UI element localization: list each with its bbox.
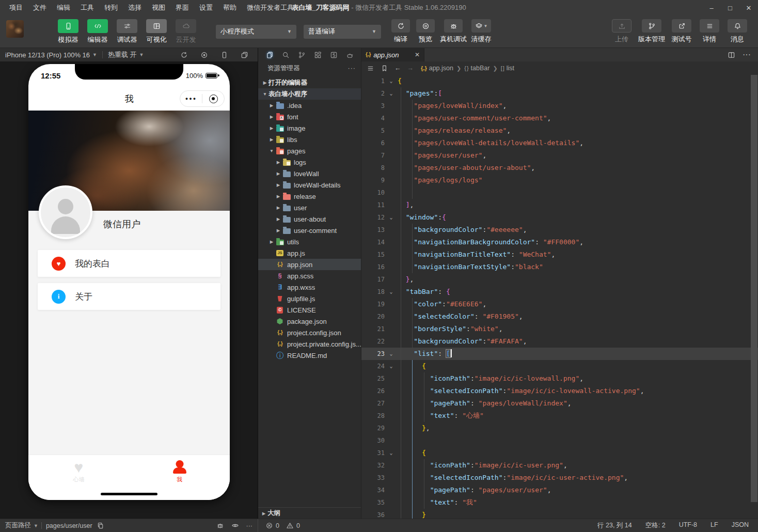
code-line-19[interactable]: 19 "color":"#E6E6E6",	[361, 298, 758, 310]
menu-选择[interactable]: 选择	[124, 2, 146, 14]
toggle-可视化[interactable]: 可视化	[144, 19, 169, 44]
language-mode[interactable]: JSON	[732, 521, 749, 530]
tree-item-app.json[interactable]: {..}app.json	[258, 259, 361, 270]
code-line-13[interactable]: 13 "backgroundColor":"#eeeeee",	[361, 224, 758, 236]
toggle-编辑器[interactable]: 编辑器	[85, 19, 110, 44]
menu-转到[interactable]: 转到	[100, 2, 122, 14]
code-line-36[interactable]: 36 }	[361, 509, 758, 519]
outline-toggle-icon[interactable]	[367, 65, 374, 72]
code-line-21[interactable]: 21 "borderStyle":"white",	[361, 323, 758, 335]
code-line-14[interactable]: 14 "navigationBarBackgroundColor": "#FF0…	[361, 236, 758, 248]
device-selector[interactable]: iPhone 12/13 (Pro) 100% 16	[5, 51, 90, 59]
source-control-icon[interactable]	[296, 50, 307, 60]
tree-item-README.md[interactable]: ⓘREADME.md	[258, 350, 361, 361]
action-详情[interactable]: 详情	[698, 19, 721, 44]
problems-indicator[interactable]: 0 0	[258, 522, 364, 529]
toggle-云开发[interactable]: 云开发	[173, 19, 198, 44]
close-tab-icon[interactable]: ✕	[415, 51, 420, 58]
code-line-22[interactable]: 22 "backgroundColor":"#FAFAFA",	[361, 335, 758, 348]
preview-icon[interactable]	[231, 522, 239, 529]
code-line-7[interactable]: 7 "pages/user/user",	[361, 149, 758, 162]
code-line-17[interactable]: 17 },	[361, 273, 758, 286]
more-menu-icon[interactable]: ●●●	[180, 96, 202, 101]
menu-界面[interactable]: 界面	[171, 2, 193, 14]
code-line-29[interactable]: 29 },	[361, 422, 758, 434]
tree-item-image[interactable]: ▶image	[258, 122, 361, 134]
code-line-24[interactable]: 24⌄ {	[361, 360, 758, 372]
code-line-25[interactable]: 25 "iconPath":"image/ic/ic-lovewall.png"…	[361, 372, 758, 385]
tree-item-app.js[interactable]: JSapp.js	[258, 247, 361, 259]
breadcrumb-list[interactable]: [ ]list	[501, 65, 514, 72]
restart-icon[interactable]	[180, 51, 188, 59]
menu-项目[interactable]: 项目	[5, 2, 27, 14]
code-line-30[interactable]: 30	[361, 434, 758, 447]
fold-chevron-icon[interactable]: ⌄	[385, 447, 398, 459]
fold-chevron-icon[interactable]: ⌄	[385, 360, 398, 372]
breadcrumb-tabBar[interactable]: { }tabBar	[464, 65, 489, 72]
eol[interactable]: LF	[710, 521, 718, 530]
tab-app-json[interactable]: {..} app.json ✕	[361, 48, 424, 61]
action-预览[interactable]: 预览	[415, 19, 436, 44]
toggle-调试器[interactable]: 调试器	[115, 19, 139, 44]
tree-item-pages[interactable]: ▼pages	[258, 145, 361, 157]
page-path-label[interactable]: 页面路径	[5, 521, 31, 530]
encoding[interactable]: UTF-8	[679, 521, 697, 530]
menu-视图[interactable]: 视图	[148, 2, 169, 14]
compile-mode-select[interactable]: 普通编译▼	[304, 25, 381, 39]
detach-window-icon[interactable]	[241, 51, 248, 59]
fold-chevron-icon[interactable]: ⌄	[385, 211, 398, 224]
code-line-1[interactable]: 1⌄{	[361, 75, 758, 87]
mode-select[interactable]: 小程序模式▼	[216, 25, 296, 39]
explorer-icon[interactable]	[264, 50, 275, 60]
extensions-icon[interactable]	[312, 50, 323, 60]
code-line-34[interactable]: 34 "pagePath": "pages/user/user",	[361, 484, 758, 496]
code-line-9[interactable]: 9 "pages/logs/logs"	[361, 174, 758, 186]
tree-item-libs[interactable]: ▶libs	[258, 134, 361, 145]
code-line-11[interactable]: 11 ],	[361, 199, 758, 211]
action-测试号[interactable]: 测试号	[670, 19, 693, 44]
code-line-20[interactable]: 20 "selectedColor": "#F01905",	[361, 310, 758, 323]
tree-item-utils[interactable]: ▶utils	[258, 236, 361, 247]
tree-item-gulpfile.js[interactable]: gulpfile.js	[258, 293, 361, 304]
more-actions-icon[interactable]: ···	[348, 65, 356, 72]
indent-setting[interactable]: 空格: 2	[645, 521, 666, 530]
debug-icon[interactable]	[216, 522, 224, 529]
outline-section[interactable]: ▶ 大纲	[258, 507, 361, 519]
tree-item-package.json[interactable]: package.json	[258, 316, 361, 327]
code-line-12[interactable]: 12⌄ "window":{	[361, 211, 758, 224]
tree-item-打开的编辑器[interactable]: ▶打开的编辑器	[258, 77, 361, 88]
search-icon[interactable]	[280, 50, 291, 60]
fold-chevron-icon[interactable]: ⌄	[385, 75, 398, 87]
tree-item-LICENSE[interactable]: ©LICENSE	[258, 304, 361, 316]
close-button[interactable]: ✕	[739, 0, 758, 15]
tree-item-font[interactable]: ▶Afont	[258, 111, 361, 122]
toggle-模拟器[interactable]: 模拟器	[56, 19, 81, 44]
action-真机调试[interactable]: 真机调试	[440, 19, 467, 44]
code-line-8[interactable]: 8 "pages/user-about/user-about",	[361, 162, 758, 174]
menu-编辑[interactable]: 编辑	[53, 2, 74, 14]
tree-item-loveWall[interactable]: ▶loveWall	[258, 168, 361, 179]
code-line-28[interactable]: 28 "text": "心墙"	[361, 410, 758, 422]
tree-item-user-about[interactable]: ▶user-about	[258, 213, 361, 225]
more-actions-icon[interactable]: ···	[743, 50, 751, 59]
code-line-6[interactable]: 6 "pages/loveWall-details/loveWall-detai…	[361, 137, 758, 149]
tree-item-表白墙小程序[interactable]: ▼表白墙小程序	[258, 88, 361, 100]
tree-item-project.config.json[interactable]: {..}project.config.json	[258, 327, 361, 338]
code-line-26[interactable]: 26 "selectedIconPath":"image/ic/ic-lovew…	[361, 385, 758, 397]
close-miniprogram-icon[interactable]	[202, 95, 224, 103]
tree-item-.idea[interactable]: ▶.idea	[258, 100, 361, 111]
split-editor-icon[interactable]	[728, 51, 735, 59]
code-line-10[interactable]: 10	[361, 186, 758, 199]
code-line-23[interactable]: 23⌄ "list": [	[361, 348, 758, 360]
bookmark-icon[interactable]	[381, 65, 388, 72]
action-清缓存[interactable]: ▼ 清缓存	[471, 19, 492, 44]
code-line-5[interactable]: 5 "pages/release/release",	[361, 124, 758, 137]
fold-chevron-icon[interactable]: ⌄	[385, 348, 398, 360]
code-line-33[interactable]: 33 "selectedIconPath":"image/ic/ic-user-…	[361, 472, 758, 484]
action-消息[interactable]: 消息	[726, 19, 749, 44]
tree-item-user-comment[interactable]: ▶user-comment	[258, 225, 361, 236]
code-line-31[interactable]: 31⌄ {	[361, 447, 758, 459]
code-line-15[interactable]: 15 "navigationBarTitleText": "WeChat",	[361, 248, 758, 261]
code-line-16[interactable]: 16 "navigationBarTextStyle":"black"	[361, 261, 758, 273]
tree-item-logs[interactable]: ▶logs	[258, 157, 361, 168]
